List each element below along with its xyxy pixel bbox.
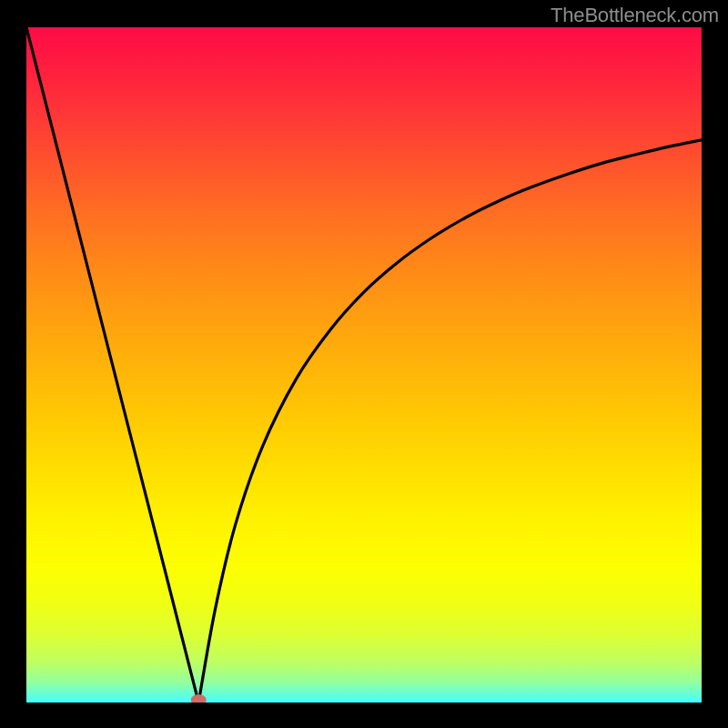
minimum-marker bbox=[191, 694, 207, 703]
plot-area bbox=[26, 27, 702, 703]
chart-container: TheBottleneck.com bbox=[0, 0, 728, 728]
curve-layer bbox=[26, 27, 702, 703]
bottleneck-curve bbox=[26, 27, 702, 703]
watermark-text: TheBottleneck.com bbox=[551, 4, 719, 27]
